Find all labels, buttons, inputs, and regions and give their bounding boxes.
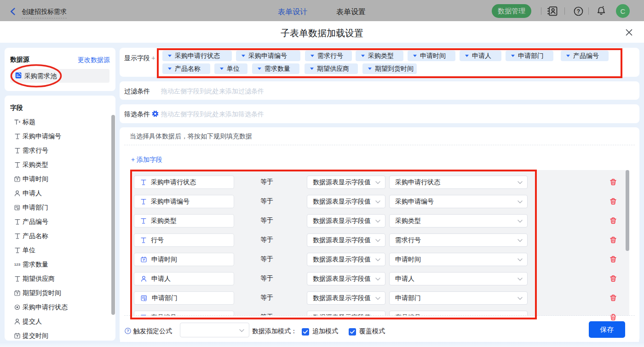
svg-text:?: ?	[126, 329, 129, 333]
svg-text:?: ?	[577, 8, 580, 15]
